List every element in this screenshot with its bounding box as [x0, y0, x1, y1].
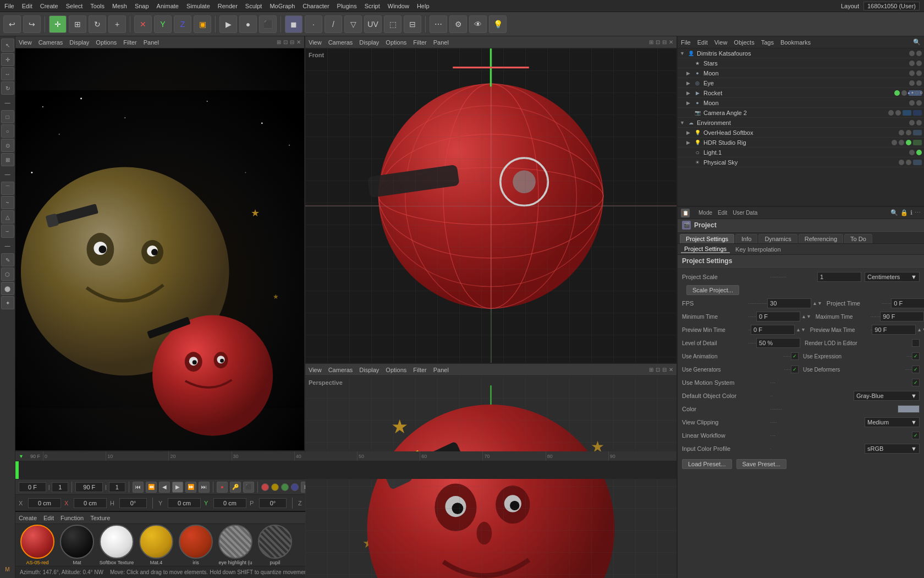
om-view[interactable]: View [714, 39, 728, 46]
menu-help[interactable]: Help [417, 3, 430, 9]
om-dot-eye-2[interactable] [916, 80, 922, 86]
menu-character[interactable]: Character [302, 3, 329, 9]
menu-render[interactable]: Render [218, 3, 238, 9]
vp-persp-icon-4[interactable]: ✕ [669, 367, 673, 373]
om-dot-camera-3[interactable] [903, 110, 911, 116]
vp-persp-options[interactable]: Options [386, 367, 406, 373]
vp-icon-1[interactable]: ⊞ [277, 39, 281, 45]
vp-icon-4[interactable]: ✕ [296, 39, 301, 45]
attr-project-time-input[interactable]: 0 F [891, 298, 924, 308]
om-dot-softbox-3[interactable] [913, 130, 922, 135]
vp-front-view[interactable]: View [309, 39, 322, 46]
om-dot-light1-2[interactable] [916, 150, 922, 155]
tool-spline[interactable]: ~ [1, 196, 14, 209]
key-all-btn[interactable]: ⬛ [243, 482, 254, 493]
timeline-ruler[interactable]: ▼ 0 10 20 30 40 50 60 70 80 90 90 F [15, 451, 676, 461]
attr-prev-max-input[interactable]: 90 F [872, 325, 916, 335]
om-dot-light1-1[interactable] [909, 150, 915, 155]
layout-value[interactable]: 924x578 (User) [864, 2, 920, 10]
undo-button[interactable]: ↩ [3, 15, 21, 33]
om-item-light1[interactable]: ▶ ○ Light.1 [678, 148, 924, 157]
vp-persp-cameras[interactable]: Cameras [328, 367, 353, 373]
viewport-front-scene[interactable]: Front [305, 48, 676, 363]
coord-h-input[interactable] [119, 498, 147, 508]
vp-front-icon-1[interactable]: ⊞ [649, 39, 653, 45]
skip-end-btn[interactable]: ⏭ [199, 482, 210, 493]
x-axis-button[interactable]: ✕ [134, 15, 152, 33]
scale-project-button[interactable]: Scale Project... [686, 285, 739, 295]
om-dot-hdr-4[interactable] [913, 140, 922, 145]
menu-tools[interactable]: Tools [90, 3, 105, 9]
subtab-key-interpolation[interactable]: Key Interpolation [732, 246, 784, 253]
attr-max-input[interactable]: 90 F [880, 312, 924, 321]
vp-persp-filter[interactable]: Filter [413, 367, 426, 373]
menu-edit[interactable]: Edit [22, 3, 32, 9]
om-tags[interactable]: Tags [761, 39, 774, 46]
snap-settings[interactable]: ⚙ [449, 15, 467, 33]
tab-dynamics[interactable]: Dynamics [758, 234, 797, 243]
tab-info[interactable]: Info [735, 234, 757, 243]
vp-front-icon-2[interactable]: ⊡ [656, 39, 660, 45]
attr-lod-input[interactable]: 50 % [756, 338, 800, 348]
tab-referencing[interactable]: Referencing [799, 234, 843, 243]
om-dot-1[interactable] [909, 51, 915, 56]
menu-script[interactable]: Script [365, 3, 380, 9]
rotate-tool-button[interactable]: ↻ [89, 15, 106, 33]
object-tree[interactable]: ▼ 👤 Dimitris Katsafouros ▶ ★ Stars [678, 48, 924, 206]
mat-texture[interactable]: Texture [90, 515, 110, 521]
om-dot-moon-1[interactable] [909, 70, 915, 76]
vp-menu-display[interactable]: Display [69, 39, 89, 46]
om-dot-camera-1[interactable] [888, 110, 894, 116]
tool-cube[interactable]: □ [1, 110, 14, 123]
frame-step-input[interactable] [52, 482, 68, 492]
om-dot-rocket-3[interactable]: ●✦⬡⚙ [909, 90, 922, 96]
om-dot-softbox-2[interactable] [906, 130, 911, 135]
coord-y-input[interactable] [168, 498, 201, 508]
attr-unit-dropdown[interactable]: Centimeters ▼ [865, 272, 920, 282]
om-dot-hdr-1[interactable] [892, 140, 897, 145]
om-dot-softbox-1[interactable] [899, 130, 904, 135]
auto-key-btn[interactable]: 🔑 [230, 482, 241, 493]
viewport-main[interactable]: View Cameras Display Options Filter Pane… [15, 36, 305, 450]
tool-brush[interactable]: ✎ [1, 253, 14, 266]
light-button[interactable]: 💡 [489, 15, 507, 33]
menu-mograph[interactable]: MoGraph [270, 3, 295, 9]
om-item-moon2[interactable]: ▶ ● Moon [678, 98, 924, 108]
tool-cylinder[interactable]: ⊙ [1, 139, 14, 152]
end-frame-input[interactable] [75, 482, 103, 492]
attr-more-icon[interactable]: ⋯ [915, 209, 921, 216]
tool-sphere[interactable]: ○ [1, 124, 14, 138]
mat-create[interactable]: Create [19, 515, 37, 521]
attr-render-lod-checkbox[interactable] [912, 339, 920, 347]
vp-persp-icon-2[interactable]: ⊡ [656, 367, 660, 373]
attr-info-icon[interactable]: ℹ [910, 209, 912, 216]
om-item-stars[interactable]: ▶ ★ Stars [678, 58, 924, 68]
mat-item-3[interactable]: Mat.4 [138, 525, 175, 565]
skip-start-btn[interactable]: ⏮ [133, 482, 144, 493]
z-axis-button[interactable]: Z [174, 15, 191, 33]
vp-menu-view[interactable]: View [19, 39, 32, 46]
coord-y-size-input[interactable] [213, 498, 246, 508]
load-preset-button[interactable]: Load Preset... [682, 459, 732, 469]
om-dot-rocket-1[interactable] [894, 90, 900, 96]
om-dot-hdr-2[interactable] [899, 140, 904, 145]
vp-persp-panel[interactable]: Panel [433, 367, 449, 373]
om-dot-physky-1[interactable] [899, 160, 904, 165]
mat-edit[interactable]: Edit [43, 515, 54, 521]
timeline-tracks[interactable] [15, 461, 676, 479]
vp-menu-panel[interactable]: Panel [144, 39, 159, 46]
tool-poly[interactable]: △ [1, 210, 14, 223]
coord-x-size-input[interactable] [74, 498, 107, 508]
tool-texture[interactable]: ⬤ [1, 282, 14, 295]
tool-deform[interactable]: ⌒ [1, 182, 14, 195]
vp-persp-icon-1[interactable]: ⊞ [649, 367, 653, 373]
tool-scale[interactable]: ↔ [1, 67, 14, 80]
om-dot-stars-2[interactable] [916, 61, 922, 66]
om-item-moon[interactable]: ▶ ● Moon [678, 68, 924, 78]
om-dot-camera-4[interactable] [913, 110, 922, 116]
om-item-eye[interactable]: ▶ ◎ Eye [678, 78, 924, 88]
coord-x-input[interactable] [28, 498, 61, 508]
menu-file[interactable]: File [4, 3, 14, 9]
scale-tool-button[interactable]: ⊞ [69, 15, 86, 33]
record-btn[interactable]: ● [217, 482, 228, 493]
